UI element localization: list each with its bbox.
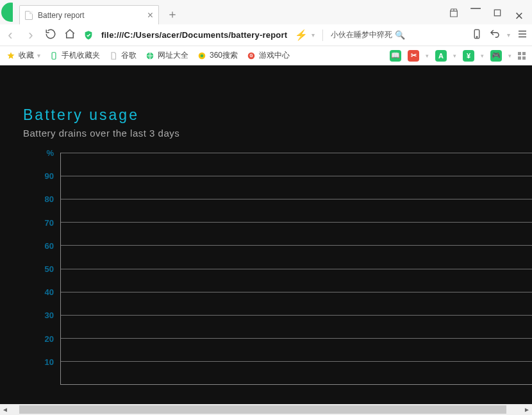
game-icon: G bbox=[247, 51, 256, 60]
bookmark-google[interactable]: 谷歌 bbox=[109, 50, 137, 61]
ext-translate-icon[interactable]: A bbox=[435, 50, 447, 62]
scroll-track[interactable] bbox=[10, 404, 522, 415]
home-button[interactable] bbox=[64, 28, 76, 42]
gridline bbox=[61, 361, 532, 362]
forward-button[interactable]: › bbox=[24, 27, 37, 44]
gridline bbox=[61, 315, 532, 316]
svg-rect-3 bbox=[52, 52, 56, 59]
globe-icon bbox=[145, 51, 154, 60]
gridline bbox=[61, 338, 532, 339]
gridline bbox=[61, 222, 532, 223]
browser-logo bbox=[0, 0, 13, 24]
svg-rect-0 bbox=[494, 10, 500, 15]
ext-gamepad-icon[interactable]: 🎮 bbox=[490, 50, 502, 62]
tab-close-button[interactable]: × bbox=[147, 10, 153, 21]
bookmark-label: 谷歌 bbox=[121, 50, 137, 61]
maximize-button[interactable] bbox=[491, 8, 504, 24]
battery-usage-chart: % 90 80 70 60 50 40 30 20 10 bbox=[23, 153, 532, 385]
chevron-down-icon[interactable]: ▾ bbox=[453, 53, 456, 59]
divider bbox=[322, 30, 323, 41]
page-content: Battery usage Battery drains over the la… bbox=[0, 65, 532, 404]
chevron-down-icon[interactable]: ▾ bbox=[508, 53, 511, 59]
y-tick: 60 bbox=[45, 241, 54, 250]
ext-grid-button[interactable] bbox=[518, 52, 526, 60]
menu-button[interactable] bbox=[517, 28, 528, 42]
ext-reader-icon[interactable]: 📖 bbox=[390, 50, 401, 62]
ext-scissors-icon[interactable]: ✂ bbox=[408, 50, 419, 62]
svg-text:G: G bbox=[250, 53, 253, 58]
y-tick: 10 bbox=[45, 357, 54, 366]
tab-bar: Battery report × ＋ ─ × bbox=[0, 0, 532, 24]
gridline bbox=[61, 269, 532, 269]
scroll-left-button[interactable]: ◄ bbox=[0, 406, 10, 413]
favorites-menu[interactable]: 收藏 ▾ bbox=[6, 50, 40, 61]
favorites-label: 收藏 bbox=[19, 50, 34, 61]
search-icon: 🔍 bbox=[395, 30, 405, 40]
scroll-thumb[interactable] bbox=[19, 405, 506, 414]
minimize-button[interactable]: ─ bbox=[469, 5, 482, 22]
tab-title: Battery report bbox=[38, 11, 85, 20]
new-tab-button[interactable]: ＋ bbox=[164, 6, 181, 22]
gridline bbox=[61, 199, 532, 199]
gridline bbox=[61, 292, 532, 292]
bolt-icon[interactable]: ⚡ bbox=[295, 29, 308, 41]
window-controls: ─ × bbox=[447, 4, 532, 24]
y-tick: 50 bbox=[45, 264, 54, 274]
star-icon bbox=[6, 51, 15, 60]
toolbar-right-cluster: ▾ bbox=[471, 28, 528, 42]
svg-point-6 bbox=[201, 54, 204, 57]
back-button[interactable]: ‹ bbox=[4, 27, 17, 44]
gridline bbox=[61, 176, 532, 176]
tab-battery-report[interactable]: Battery report × bbox=[19, 5, 159, 24]
y-tick: 90 bbox=[45, 171, 54, 181]
y-tick: 70 bbox=[45, 217, 54, 227]
y-tick: 80 bbox=[45, 194, 54, 204]
phone-icon bbox=[49, 51, 58, 60]
bookmark-label: 网址大全 bbox=[158, 50, 188, 61]
search-suggestion[interactable]: 小伙在睡梦中猝死 🔍 bbox=[331, 30, 405, 40]
y-tick: 40 bbox=[45, 287, 54, 297]
page-subtitle: Battery drains over the last 3 days bbox=[23, 128, 532, 139]
bookmark-label: 360搜索 bbox=[210, 50, 238, 61]
bookmark-360[interactable]: 360搜索 bbox=[197, 50, 238, 61]
security-shield-icon[interactable] bbox=[83, 30, 94, 40]
undo-button[interactable] bbox=[489, 28, 501, 42]
chevron-down-icon: ▾ bbox=[37, 52, 40, 59]
bookmark-sites[interactable]: 网址大全 bbox=[145, 50, 188, 61]
file-icon bbox=[25, 11, 33, 20]
bookmark-games[interactable]: G 游戏中心 bbox=[247, 50, 290, 61]
close-window-button[interactable]: × bbox=[513, 8, 526, 24]
file-icon bbox=[109, 51, 118, 60]
chevron-down-icon[interactable]: ▾ bbox=[507, 31, 510, 38]
reload-button[interactable] bbox=[45, 28, 56, 42]
search360-icon bbox=[197, 51, 206, 60]
device-icon[interactable] bbox=[471, 28, 483, 42]
wardrobe-icon[interactable] bbox=[447, 8, 460, 24]
scroll-right-button[interactable]: ► bbox=[522, 406, 532, 413]
y-tick: 30 bbox=[45, 310, 54, 320]
bookmark-label: 游戏中心 bbox=[259, 50, 290, 61]
ext-currency-icon[interactable]: ¥ bbox=[463, 50, 474, 62]
extension-cluster: 📖 ✂▾ A▾ ¥▾ 🎮▾ bbox=[390, 50, 526, 62]
chevron-down-icon[interactable]: ▾ bbox=[426, 53, 429, 59]
y-axis: % 90 80 70 60 50 40 30 20 10 bbox=[23, 153, 60, 385]
chevron-down-icon[interactable]: ▾ bbox=[481, 53, 484, 59]
gridline bbox=[61, 245, 532, 246]
mobile-fav-label: 手机收藏夹 bbox=[62, 50, 100, 61]
bookmarks-bar: 收藏 ▾ 手机收藏夹 谷歌 网址大全 360搜索 G 游戏中心 📖 ✂▾ A▾ bbox=[0, 46, 532, 65]
address-bar: ‹ › file:///C:/Users/acer/Documents/batt… bbox=[0, 24, 532, 46]
y-tick: 20 bbox=[45, 334, 54, 343]
page-title: Battery usage bbox=[23, 106, 532, 124]
chevron-down-icon[interactable]: ▾ bbox=[312, 31, 315, 38]
search-tease-text: 小伙在睡梦中猝死 bbox=[331, 30, 392, 40]
y-tick: % bbox=[46, 148, 54, 158]
mobile-favorites[interactable]: 手机收藏夹 bbox=[49, 50, 100, 61]
plot-area bbox=[60, 153, 532, 385]
svg-point-2 bbox=[476, 37, 478, 38]
gridline bbox=[61, 153, 532, 153]
url-text[interactable]: file:///C:/Users/acer/Documents/battery-… bbox=[101, 30, 287, 40]
horizontal-scrollbar[interactable]: ◄ ► bbox=[0, 404, 532, 415]
